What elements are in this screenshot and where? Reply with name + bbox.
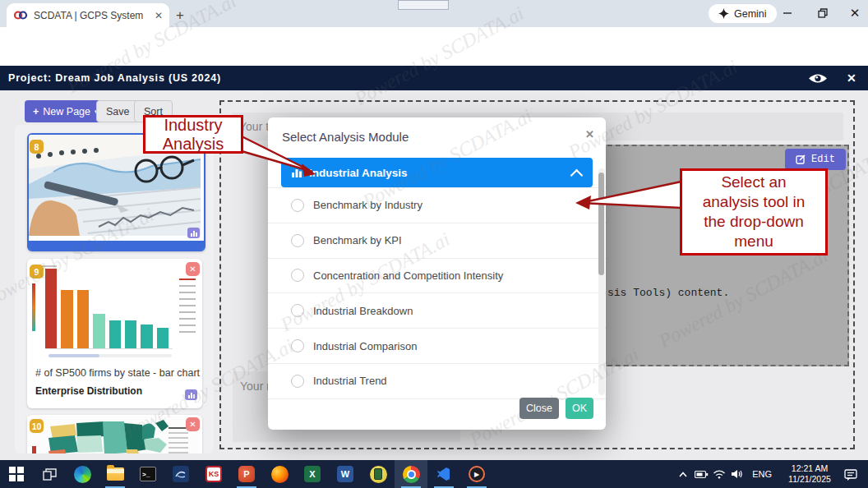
selected-page-bar (29, 241, 204, 250)
slide-content-text: sis Tools) content. (607, 287, 729, 299)
file-explorer-icon[interactable] (99, 460, 132, 488)
edit-button[interactable]: Edit (785, 149, 846, 170)
option-industrial-comparison[interactable]: Industrial Comparison (268, 329, 606, 364)
dialog-title: Select Analysis Module (282, 130, 409, 144)
new-tab-button[interactable]: + (176, 7, 184, 24)
tray-date: 11/21/2025 (784, 474, 835, 485)
edit-pencil-icon (796, 154, 806, 164)
start-button[interactable] (0, 460, 33, 488)
page-thumbnail-panel: 8 # of SP500 firms by state - bar chart … (15, 125, 214, 453)
close-button[interactable]: Close (519, 398, 559, 419)
edit-label: Edit (811, 154, 835, 165)
media-player-icon[interactable]: ▶ (460, 460, 493, 488)
gemini-star-icon (718, 8, 729, 19)
project-title: Project: Dream Job Analysis (US 2024) (8, 72, 221, 84)
tab-close-icon[interactable]: ✕ (155, 10, 163, 21)
tray-time: 12:21 AM (784, 463, 835, 474)
window-close-button[interactable]: ✕ (847, 5, 863, 21)
option-benchmark-by-kpi[interactable]: Benchmark by KPI (268, 223, 606, 259)
delete-page-icon[interactable]: ✕ (186, 262, 200, 276)
chrome-icon[interactable] (395, 460, 427, 488)
site-favicon (13, 10, 28, 21)
gemini-label: Gemini (734, 8, 767, 20)
radio-icon[interactable] (291, 269, 304, 282)
notification-center-icon[interactable] (842, 468, 860, 481)
thumb-color-scale (32, 283, 35, 331)
thumb-scrollbar-thumb (48, 354, 99, 357)
word-icon[interactable]: W (329, 460, 362, 488)
phone-app-icon[interactable] (362, 460, 395, 488)
browser-toolbar: workspace.scdata.ai/gcps/projecteditor?i… (0, 27, 868, 54)
option-industrial-trend[interactable]: Industrial Trend (268, 364, 606, 399)
thumb-legend-lines (174, 277, 196, 336)
thumb-bar (61, 290, 72, 348)
option-concentration-competition[interactable]: Concentration and Competition Intensity (268, 259, 606, 294)
thumb-bar (125, 320, 136, 348)
wifi-icon[interactable] (710, 469, 728, 479)
callout-industry-analysis: Industry Analysis (143, 115, 243, 154)
browser-tab-strip: SCDATA | GCPS System ✕ + Gemini ✕ (0, 0, 868, 27)
task-view-icon (43, 468, 57, 481)
option-benchmark-by-industry[interactable]: Benchmark by Industry (268, 187, 606, 223)
ks-app-icon[interactable]: KS (197, 460, 230, 488)
thumbnail-label: Enterprise Distribution (35, 385, 142, 397)
page-number-badge: 8 (30, 140, 44, 154)
module-dropdown-label: Industrial Analysis (309, 167, 408, 179)
windows-logo-icon (9, 467, 24, 481)
module-dropdown-header[interactable]: Industrial Analysis (281, 158, 593, 187)
page-number-badge: 10 (30, 419, 44, 433)
window-artifact (398, 0, 449, 10)
vscode-icon[interactable] (427, 460, 460, 488)
radio-icon[interactable] (291, 375, 304, 388)
project-header: Project: Dream Job Analysis (US 2024) ✕ (0, 66, 868, 90)
task-view-button[interactable] (33, 460, 66, 488)
save-button[interactable]: Save (96, 100, 140, 122)
radio-icon[interactable] (291, 304, 304, 317)
page-number-badge: 9 (30, 265, 44, 279)
gemini-button[interactable]: Gemini (709, 4, 777, 23)
excel-icon[interactable]: X (296, 460, 329, 488)
vscode-glyph (436, 467, 451, 481)
chevron-up-icon (570, 169, 584, 182)
windows-taskbar: >_ KS P X W ▶ (0, 460, 868, 488)
chart-type-icon[interactable] (185, 389, 197, 400)
page-thumbnail-9[interactable]: # of SP500 firms by state - bar chart En… (27, 259, 202, 408)
powerpoint-icon[interactable]: P (230, 460, 263, 488)
modal-scrollbar-thumb[interactable] (598, 173, 604, 275)
restore-button[interactable] (815, 5, 831, 21)
thumb-bar (141, 325, 152, 348)
clock[interactable]: 12:21 AM 11/21/2025 (784, 463, 835, 485)
thumb-bar (93, 314, 104, 348)
dialog-close-icon[interactable]: ✕ (585, 128, 594, 140)
language-indicator[interactable]: ENG (752, 469, 772, 479)
module-bars-icon (291, 167, 302, 178)
page-top-gap (0, 54, 868, 66)
thumb-bar (45, 269, 57, 348)
terminal-icon[interactable]: >_ (132, 460, 164, 488)
preview-eye-icon[interactable] (808, 72, 828, 85)
page-thumbnail-10[interactable] (27, 415, 202, 453)
edge-icon[interactable] (66, 460, 99, 488)
radio-icon[interactable] (291, 234, 304, 247)
battery-icon[interactable] (692, 469, 710, 479)
chart-type-icon[interactable] (187, 228, 200, 238)
tab-title: SCDATA | GCPS System (34, 10, 151, 21)
firefox-icon[interactable] (263, 460, 296, 488)
option-industrial-breakdown[interactable]: Industrial Breakdown (268, 293, 606, 329)
system-tray: ENG 12:21 AM 11/21/2025 (674, 460, 868, 488)
capture-app-icon[interactable] (164, 460, 197, 488)
ok-button[interactable]: OK (566, 398, 593, 419)
tray-chevron-icon[interactable] (674, 471, 692, 478)
speaker-icon[interactable] (728, 469, 746, 479)
project-close-icon[interactable]: ✕ (847, 71, 856, 85)
thumb-bar (77, 290, 89, 348)
delete-page-icon[interactable]: ✕ (186, 417, 200, 431)
browser-tab[interactable]: SCDATA | GCPS System ✕ (7, 3, 169, 27)
thumb-bar (109, 320, 121, 348)
radio-icon[interactable] (291, 199, 304, 212)
select-analysis-module-dialog: Select Analysis Module ✕ Industrial Anal… (268, 117, 606, 430)
radio-icon[interactable] (291, 339, 304, 352)
minimize-button[interactable] (779, 5, 796, 21)
new-page-button[interactable]: + New Page ▾ (25, 100, 107, 122)
modal-scrollbar-track[interactable] (598, 168, 605, 395)
